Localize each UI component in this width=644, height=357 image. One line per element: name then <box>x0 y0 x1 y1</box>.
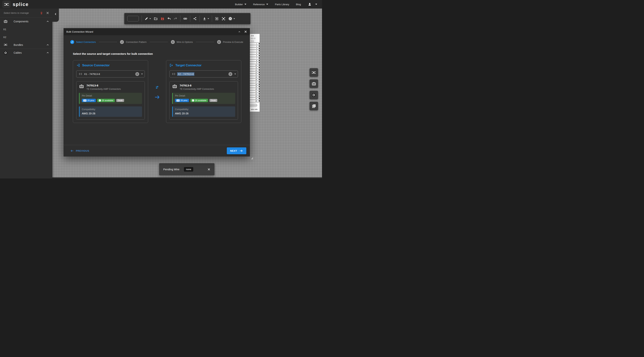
save-button[interactable] <box>160 17 164 21</box>
select-all-button[interactable] <box>215 17 219 21</box>
pin-row[interactable]: 11 <box>250 66 260 69</box>
sidebar-item-x1[interactable]: X1 <box>0 25 52 33</box>
pin-terminal-dot[interactable] <box>258 93 260 95</box>
pin-row[interactable]: 14 <box>250 74 260 76</box>
pin-terminal-dot[interactable] <box>258 72 260 73</box>
pin-row[interactable]: 17 <box>250 81 260 83</box>
sidebar-section-cables[interactable]: Cables <box>0 49 52 57</box>
pin-terminal-dot[interactable] <box>258 69 260 71</box>
source-selected-value: X1 - 747913-8 <box>84 73 100 76</box>
pin-terminal-dot[interactable] <box>258 60 260 61</box>
pin-terminal-dot[interactable] <box>258 48 260 50</box>
pin-row[interactable]: 13 <box>250 71 260 74</box>
pin-row[interactable]: 25 <box>250 100 260 102</box>
share-link-button[interactable] <box>183 16 187 21</box>
next-button[interactable]: NEXT <box>227 148 246 154</box>
pin-row[interactable]: 6 <box>250 54 260 57</box>
redo-button[interactable] <box>174 17 178 20</box>
undo-button[interactable] <box>167 17 171 20</box>
step-wire-options[interactable]: Wire & Options <box>171 40 193 44</box>
target-clear-button[interactable] <box>228 72 232 76</box>
pin-row[interactable]: 2 <box>250 45 260 48</box>
pin-terminal-dot[interactable] <box>258 96 260 97</box>
chevron-up-icon[interactable] <box>46 44 49 46</box>
numbers-icon: 123 <box>83 100 86 102</box>
source-connector-select[interactable]: X1 - 747913-8 <box>76 70 145 78</box>
pin-terminal-dot[interactable] <box>258 84 260 85</box>
cable-icon <box>4 51 8 55</box>
pin-row[interactable]: 9 <box>250 62 260 64</box>
pin-row[interactable]: 5 <box>250 52 260 54</box>
open-project-button[interactable] <box>154 17 158 21</box>
connector-node-x2[interactable]: 3-8 HD-20 recp. 123456789101112131415161… <box>250 34 260 112</box>
target-select-caret-icon <box>234 74 236 74</box>
pin-terminal-dot[interactable] <box>258 67 260 68</box>
nav-item-blog[interactable]: Blog <box>296 3 301 6</box>
step-preview-execute[interactable]: Preview & Execute <box>217 40 243 44</box>
pin-row[interactable]: 24 <box>250 98 260 100</box>
pin-row[interactable]: 1 <box>250 43 260 45</box>
fit-to-screen-button[interactable] <box>222 17 226 21</box>
sidebar-collapse-button[interactable] <box>52 8 59 22</box>
nav-item-reference[interactable]: Reference <box>253 3 268 6</box>
pin-terminal-dot[interactable] <box>258 45 260 47</box>
settings-button[interactable] <box>228 16 235 21</box>
edit-tool-button[interactable] <box>144 17 151 20</box>
sidebar-section-components[interactable]: Components <box>0 18 52 25</box>
pin-row[interactable]: 8 <box>250 60 260 62</box>
swap-direction-icon[interactable] <box>155 85 159 90</box>
pin-terminal-dot[interactable] <box>258 81 260 83</box>
delete-icon[interactable] <box>40 11 43 15</box>
pin-row[interactable]: 15 <box>250 76 260 78</box>
add-bundle-button[interactable] <box>310 68 318 77</box>
chevron-up-icon[interactable] <box>46 20 49 23</box>
compatibility-value: AWG 20-26 <box>175 112 233 115</box>
toast-close-button[interactable] <box>208 168 210 171</box>
pin-row[interactable]: 10 <box>250 64 260 66</box>
nav-item-parts-library[interactable]: Parts Library <box>275 3 289 6</box>
clear-selection-icon[interactable] <box>46 11 49 14</box>
pin-terminal-dot[interactable] <box>258 43 260 44</box>
pin-row[interactable]: 4 <box>250 50 260 52</box>
sidebar-section-bundles[interactable]: Bundles <box>0 41 52 49</box>
toolbar-name-input[interactable] <box>127 16 139 22</box>
nav-item-builder[interactable]: Builder <box>235 3 246 6</box>
dialog-title: Bulk Connection Wizard <box>66 30 93 33</box>
step-select-connectors[interactable]: Select Connectors <box>70 40 96 44</box>
pin-terminal-dot[interactable] <box>258 55 260 56</box>
dialog-resize-handle[interactable] <box>251 158 253 159</box>
close-dialog-icon[interactable] <box>244 30 247 33</box>
source-clear-button[interactable] <box>135 72 139 76</box>
step-connection-pattern[interactable]: Connection Pattern <box>120 40 146 44</box>
pin-row[interactable]: 12 <box>250 69 260 71</box>
pin-terminal-dot[interactable] <box>258 57 260 59</box>
pin-row[interactable]: 19 <box>250 86 260 88</box>
pin-terminal-dot[interactable] <box>258 90 260 92</box>
pin-row[interactable]: 22 <box>250 93 260 95</box>
target-connector-card: Target Connector X2 - 747913-8 <box>166 60 241 123</box>
share-button[interactable] <box>193 17 197 20</box>
pin-row[interactable]: 16 <box>250 78 260 81</box>
brand-logo[interactable]: splice <box>2 0 29 8</box>
toast-label: Pending Wire <box>163 168 180 171</box>
pin-row[interactable]: 18 <box>250 83 260 86</box>
add-component-button[interactable] <box>310 79 318 88</box>
add-cable-button[interactable] <box>310 91 318 99</box>
pin-row[interactable]: 20 <box>250 88 260 90</box>
sidebar-item-x2[interactable]: X2 <box>0 33 52 41</box>
export-pdf-button[interactable]: PDF <box>310 102 318 110</box>
stepper-line <box>99 42 117 42</box>
pin-row[interactable]: 21 <box>250 90 260 93</box>
pin-row[interactable]: 7 <box>250 57 260 60</box>
download-button[interactable] <box>202 17 209 21</box>
pin-row[interactable]: 23 <box>250 95 260 98</box>
dialog-titlebar[interactable]: Bulk Connection Wizard <box>64 28 250 35</box>
pin-row[interactable]: 3 <box>250 48 260 50</box>
previous-button[interactable]: PREVIOUS <box>70 149 89 152</box>
link-icon <box>183 16 187 21</box>
account-menu[interactable] <box>308 2 317 6</box>
pin-terminal-dot[interactable] <box>258 79 260 80</box>
collapse-dialog-icon[interactable] <box>238 30 241 33</box>
target-connector-select[interactable]: X2 - 747913-8 <box>170 70 238 78</box>
chevron-up-icon[interactable] <box>46 51 49 54</box>
